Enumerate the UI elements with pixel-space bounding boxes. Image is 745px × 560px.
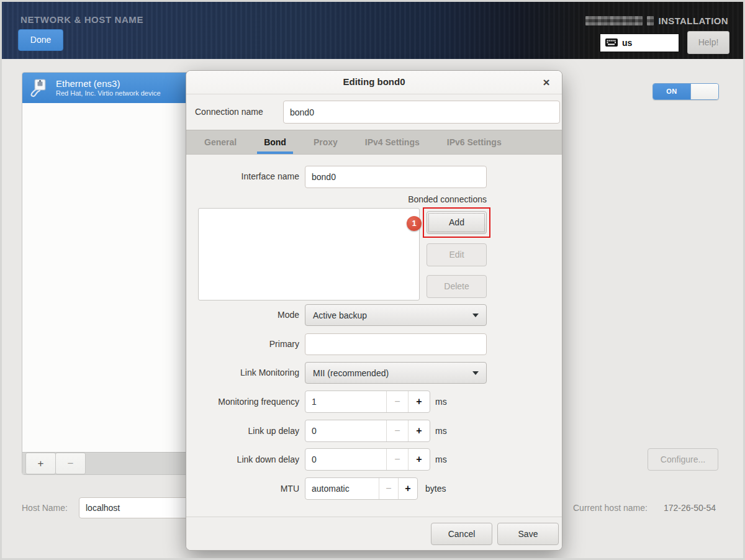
mtu-spinner[interactable]: automatic − + xyxy=(305,477,418,500)
done-button[interactable]: Done xyxy=(18,29,63,51)
link-up-delay-spinner[interactable]: 0 − + xyxy=(305,420,430,442)
mtu-value[interactable]: automatic xyxy=(305,478,379,499)
decrement-button[interactable]: − xyxy=(386,449,408,470)
toggle-on-label: ON xyxy=(653,84,690,99)
cancel-button[interactable]: Cancel xyxy=(431,523,492,545)
interface-name-label: Interface name xyxy=(186,171,299,181)
close-icon[interactable]: × xyxy=(538,75,554,91)
primary-label: Primary xyxy=(186,339,299,349)
edit-button[interactable]: Edit xyxy=(427,243,487,266)
link-monitoring-dropdown[interactable]: MII (recommended) xyxy=(305,362,487,384)
link-down-delay-value[interactable]: 0 xyxy=(305,449,386,470)
link-down-delay-label: Link down delay xyxy=(186,454,299,464)
dialog-tabbar: General Bond Proxy IPv4 Settings IPv6 Se… xyxy=(186,130,562,155)
delete-button[interactable]: Delete xyxy=(427,275,487,298)
increment-button[interactable]: + xyxy=(398,478,417,499)
annotation-step-badge: 1 xyxy=(407,216,422,231)
link-down-delay-spinner[interactable]: 0 − + xyxy=(305,448,430,471)
connection-name-input[interactable] xyxy=(283,101,560,124)
save-button[interactable]: Save xyxy=(497,523,559,545)
chevron-down-icon xyxy=(472,371,479,375)
link-up-delay-label: Link up delay xyxy=(186,426,299,436)
link-down-delay-unit: ms xyxy=(435,454,447,464)
dialog-titlebar: Editing bond0 × xyxy=(186,71,562,94)
dialog-title: Editing bond0 xyxy=(186,76,562,87)
tab-bond[interactable]: Bond xyxy=(257,130,293,154)
link-up-delay-unit: ms xyxy=(435,426,447,436)
installation-heading: INSTALLATION xyxy=(585,14,728,27)
link-up-delay-value[interactable]: 0 xyxy=(305,420,386,441)
mode-value: Active backup xyxy=(313,310,472,320)
link-monitoring-label: Link Monitoring xyxy=(186,368,299,377)
network-toggle[interactable]: ON xyxy=(652,83,719,100)
monitoring-frequency-spinner[interactable]: 1 − + xyxy=(305,391,430,413)
monitoring-frequency-unit: ms xyxy=(435,397,447,407)
tab-proxy[interactable]: Proxy xyxy=(307,130,345,154)
mode-dropdown[interactable]: Active backup xyxy=(305,304,487,326)
add-device-button[interactable]: + xyxy=(25,453,56,474)
tab-general[interactable]: General xyxy=(197,130,243,154)
device-title: Ethernet (ens3) xyxy=(56,78,161,89)
primary-input[interactable] xyxy=(305,333,487,355)
help-button[interactable]: Help! xyxy=(687,31,729,54)
configure-button[interactable]: Configure... xyxy=(648,448,718,471)
decrement-button[interactable]: − xyxy=(386,420,408,441)
editing-bond0-dialog: Editing bond0 × Connection name General … xyxy=(186,70,562,551)
page-title: NETWORK & HOST NAME xyxy=(20,14,143,25)
tab-ipv4-settings[interactable]: IPv4 Settings xyxy=(358,130,427,154)
network-host-name-screen: NETWORK & HOST NAME Done INSTALLATION us… xyxy=(0,0,745,560)
hostname-label: Host Name: xyxy=(22,503,68,513)
tab-ipv6-settings[interactable]: IPv6 Settings xyxy=(440,130,508,154)
mtu-unit: bytes xyxy=(425,484,446,494)
toggle-knob[interactable] xyxy=(690,84,718,99)
monitoring-frequency-label: Monitoring frequency xyxy=(186,397,299,407)
current-hostname-label: Current host name: xyxy=(573,503,648,513)
add-button[interactable]: Add xyxy=(427,211,487,234)
device-text: Ethernet (ens3) Red Hat, Inc. Virtio net… xyxy=(56,78,161,97)
decrement-button[interactable]: − xyxy=(386,391,408,412)
bonded-connections-list[interactable] xyxy=(198,208,420,300)
keyboard-layout-indicator[interactable]: us xyxy=(600,34,679,52)
monitoring-frequency-value[interactable]: 1 xyxy=(305,391,386,412)
ethernet-icon xyxy=(29,78,50,99)
current-hostname-value: 172-26-50-54 xyxy=(664,503,716,513)
increment-button[interactable]: + xyxy=(408,420,430,441)
increment-button[interactable]: + xyxy=(408,449,430,470)
keyboard-icon xyxy=(605,38,618,47)
spoke-header-bar: NETWORK & HOST NAME Done INSTALLATION us… xyxy=(2,2,743,59)
link-monitoring-value: MII (recommended) xyxy=(313,368,472,378)
installation-label: INSTALLATION xyxy=(658,16,728,26)
chevron-down-icon xyxy=(472,314,479,317)
mode-label: Mode xyxy=(186,310,299,320)
redacted-text-block xyxy=(647,16,654,25)
remove-device-button[interactable]: − xyxy=(55,453,86,474)
bonded-connections-label: Bonded connections xyxy=(374,194,487,204)
increment-button[interactable]: + xyxy=(408,391,430,412)
connection-name-label: Connection name xyxy=(195,107,263,117)
keyboard-layout-label: us xyxy=(622,38,632,48)
redacted-text-block xyxy=(585,16,643,25)
mtu-label: MTU xyxy=(186,484,299,494)
decrement-button[interactable]: − xyxy=(379,478,398,499)
interface-name-input[interactable] xyxy=(305,166,487,188)
device-subtitle: Red Hat, Inc. Virtio network device xyxy=(56,89,161,97)
dialog-footer: Cancel Save xyxy=(186,517,562,550)
